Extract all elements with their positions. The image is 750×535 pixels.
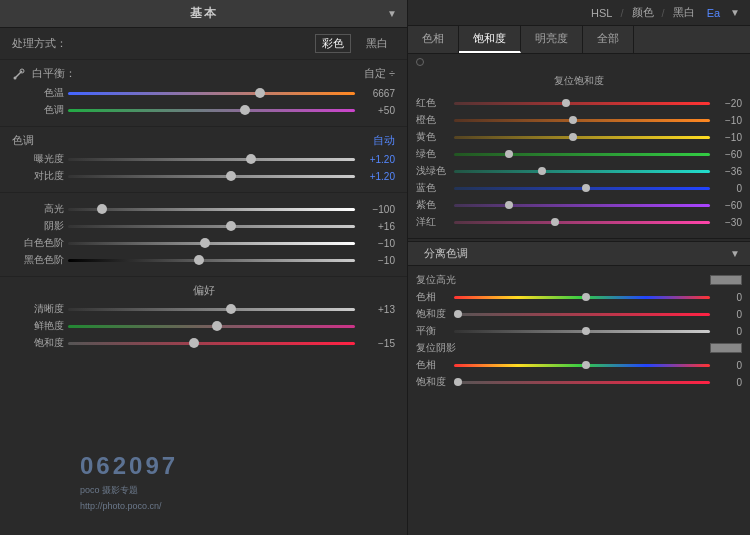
clarity-label: 清晰度 — [12, 302, 64, 316]
hl-hue-track[interactable] — [454, 291, 710, 303]
tint-label: 色调 — [12, 103, 64, 117]
hsl-aqua-label: 浅绿色 — [416, 164, 450, 178]
basic-title: 基本 — [190, 5, 218, 22]
basic-arrow[interactable]: ▼ — [387, 8, 397, 19]
tone-header: 色调 自动 — [12, 133, 395, 148]
sh-sat-track[interactable] — [454, 376, 710, 388]
exposure-track[interactable] — [68, 152, 355, 166]
hl-sat-label: 饱和度 — [416, 307, 450, 321]
hsl-magenta-label: 洋红 — [416, 215, 450, 229]
split-toning-content: 复位高光 色相 0 饱和度 — [408, 266, 750, 396]
contrast-label: 对比度 — [12, 169, 64, 183]
proc-mode-label: 处理方式： — [12, 36, 67, 51]
split-toning-header: 分离色调 ▼ — [408, 241, 750, 266]
hsl-purple-value: −60 — [714, 200, 742, 211]
hsl-red-value: −20 — [714, 98, 742, 109]
hsl-green-track[interactable] — [454, 148, 710, 160]
shadow-slider-row: 阴影 +16 — [12, 219, 395, 233]
hsl-red-row: 红色 −20 — [416, 96, 742, 110]
tab-saturation[interactable]: 饱和度 — [459, 26, 521, 53]
hsl-reset[interactable]: 复位饱和度 — [416, 72, 742, 90]
highlights-swatch[interactable] — [710, 275, 742, 285]
white-slider-row: 白色色阶 −10 — [12, 236, 395, 250]
contrast-value: +1.20 — [359, 171, 395, 182]
hsl-blue-row: 蓝色 0 — [416, 181, 742, 195]
hsl-yellow-value: −10 — [714, 132, 742, 143]
balance-label: 平衡 — [416, 324, 450, 338]
tab-hue[interactable]: 色相 — [408, 26, 459, 53]
proc-mode-options: 彩色 黑白 — [315, 34, 395, 53]
hsl-purple-track[interactable] — [454, 199, 710, 211]
contrast-track[interactable] — [68, 169, 355, 183]
hsl-orange-track[interactable] — [454, 114, 710, 126]
saturation-label: 饱和度 — [12, 336, 64, 350]
hl-hue-label: 色相 — [416, 290, 450, 304]
tab-all[interactable]: 全部 — [583, 26, 634, 53]
highlight-slider-row: 高光 −100 — [12, 202, 395, 216]
pref-title: 偏好 — [12, 283, 395, 298]
black-track[interactable] — [68, 253, 355, 267]
hsl-yellow-label: 黄色 — [416, 130, 450, 144]
watermark: 062097 — [80, 452, 178, 480]
tint-value: +50 — [359, 105, 395, 116]
hl-hue-value: 0 — [714, 292, 742, 303]
highlights-reset-label[interactable]: 复位高光 — [416, 273, 456, 287]
contrast-slider-row: 对比度 +1.20 — [12, 169, 395, 183]
vibrance-track[interactable] — [68, 319, 355, 333]
divider — [408, 238, 750, 239]
proc-mode-bw[interactable]: 黑白 — [359, 34, 395, 53]
tone-section: 色调 自动 曝光度 +1.20 对比度 +1.20 — [0, 127, 407, 193]
hl-sat-row: 饱和度 0 — [416, 307, 742, 321]
hsl-orange-label: 橙色 — [416, 113, 450, 127]
pref-section: 偏好 清晰度 +13 鲜艳度 — [0, 277, 407, 359]
proc-mode-row: 处理方式： 彩色 黑白 — [0, 28, 407, 60]
wb-preset[interactable]: 自定 ÷ — [364, 66, 395, 81]
hsl-header-color[interactable]: 颜色 — [632, 5, 654, 20]
hsl-blue-track[interactable] — [454, 182, 710, 194]
header-arrow-right[interactable]: ▼ — [730, 7, 740, 18]
split-toning-title: 分离色调 — [424, 246, 468, 261]
tint-track[interactable] — [68, 103, 355, 117]
exposure-label: 曝光度 — [12, 152, 64, 166]
proc-mode-color[interactable]: 彩色 — [315, 34, 351, 53]
split-toning-arrow[interactable]: ▼ — [730, 248, 740, 259]
temp-track[interactable] — [68, 86, 355, 100]
sh-hue-value: 0 — [714, 360, 742, 371]
auto-button[interactable]: 自动 — [373, 133, 395, 148]
hsl-green-label: 绿色 — [416, 147, 450, 161]
circle-icon — [416, 58, 424, 66]
tab-luminance[interactable]: 明亮度 — [521, 26, 583, 53]
shadows-swatch[interactable] — [710, 343, 742, 353]
hsl-green-value: −60 — [714, 149, 742, 160]
hl-sat-track[interactable] — [454, 308, 710, 320]
hsl-sep2: / — [662, 7, 665, 19]
highlight-track[interactable] — [68, 202, 355, 216]
hsl-green-row: 绿色 −60 — [416, 147, 742, 161]
exposure-slider-row: 曝光度 +1.20 — [12, 152, 395, 166]
hl-hue-row: 色相 0 — [416, 290, 742, 304]
hsl-orange-row: 橙色 −10 — [416, 113, 742, 127]
shadows-reset-label[interactable]: 复位阴影 — [416, 341, 456, 355]
clarity-track[interactable] — [68, 302, 355, 316]
black-label: 黑色色阶 — [12, 253, 64, 267]
hsl-red-track[interactable] — [454, 97, 710, 109]
hsl-magenta-track[interactable] — [454, 216, 710, 228]
hsl-header-hsl[interactable]: HSL — [591, 7, 612, 19]
white-track[interactable] — [68, 236, 355, 250]
sh-hue-track[interactable] — [454, 359, 710, 371]
hsl-aqua-track[interactable] — [454, 165, 710, 177]
hsl-blue-label: 蓝色 — [416, 181, 450, 195]
hsl-magenta-row: 洋红 −30 — [416, 215, 742, 229]
shadow-track[interactable] — [68, 219, 355, 233]
hsl-yellow-track[interactable] — [454, 131, 710, 143]
shadows-reset-row: 复位阴影 — [416, 341, 742, 355]
eyedropper-icon[interactable] — [12, 67, 26, 81]
saturation-track[interactable] — [68, 336, 355, 350]
balance-track[interactable] — [454, 325, 710, 337]
temp-label: 色温 — [12, 86, 64, 100]
hsl-blue-value: 0 — [714, 183, 742, 194]
hsl-purple-label: 紫色 — [416, 198, 450, 212]
hsl-header-bw[interactable]: 黑白 — [673, 5, 695, 20]
balance-value: 0 — [714, 326, 742, 337]
clarity-value: +13 — [359, 304, 395, 315]
